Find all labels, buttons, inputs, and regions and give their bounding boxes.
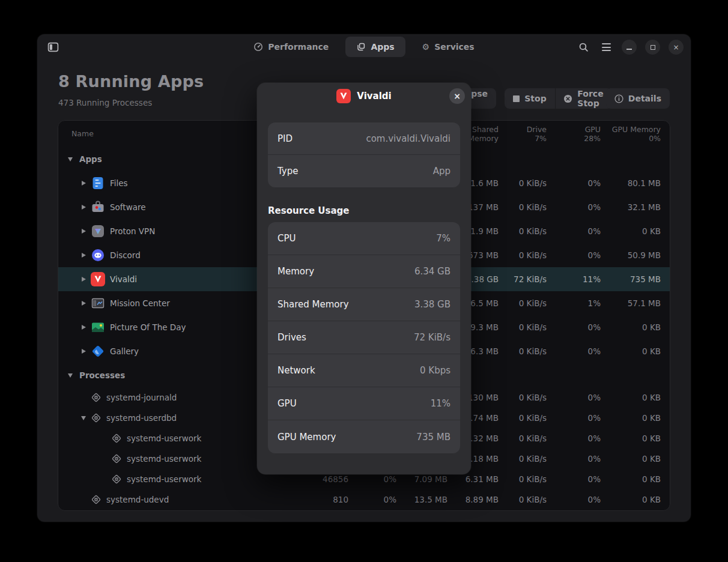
info-icon [614,94,623,103]
row-label: systemd-userwork [127,454,201,464]
chevron-right-icon[interactable] [79,277,88,282]
services-gear-icon: ⚙ [422,43,430,51]
cell-memory: 7.09 MB [396,474,447,484]
usage-row: Memory6.34 GB [268,255,460,288]
row-label: Files [110,178,128,188]
row-label: Apps [79,154,102,164]
tab-apps[interactable]: Apps [345,37,405,57]
chevron-right-icon[interactable] [79,205,88,210]
cell-drive: 0 KiB/s [499,454,547,464]
stop-button[interactable]: Stop [505,88,554,109]
row-label: Type [278,166,298,177]
usage-row: GPU11% [268,387,460,420]
chevron-down-icon[interactable] [79,416,88,420]
cell-gpu_memory: 0 KB [601,322,661,332]
cell-gpu: 11% [547,274,601,284]
row-label: Vivaldi [110,274,137,284]
vivaldi-app-icon [91,272,105,286]
tab-performance[interactable]: Performance [243,37,339,57]
tab-label: Performance [268,42,329,52]
cell-drive: 0 KiB/s [499,495,547,504]
cell-gpu_memory: 0 KB [601,454,661,464]
resource-usage-card: CPU7%Memory6.34 GBShared Memory3.38 GBDr… [268,222,460,453]
row-label: Discord [110,250,141,260]
cell-drive: 0 KiB/s [499,474,547,484]
row-label: Processes [79,370,125,380]
row-label: systemd-udevd [106,495,169,504]
row-label: CPU [278,233,296,244]
close-button[interactable]: × [669,40,684,55]
force-stop-icon [563,94,572,103]
speedometer-icon [253,42,263,52]
files-app-icon [91,176,105,190]
cell-drive: 0 KiB/s [499,250,547,260]
column-header-drive[interactable]: Drive7% [499,125,547,143]
row-label: Software [110,202,146,212]
details-button[interactable]: Details [606,88,670,109]
force-stop-button[interactable]: Force Stop [555,88,612,109]
cell-gpu: 0% [547,322,601,332]
cell-gpu: 0% [547,454,601,464]
cell-gpu: 0% [547,413,601,423]
discord-app-icon [91,248,105,262]
usage-row: Shared Memory3.38 GB [268,288,460,321]
menu-icon[interactable] [599,40,613,55]
resource-usage-heading: Resource Usage [268,205,460,216]
chevron-right-icon[interactable] [79,301,88,306]
chevron-right-icon[interactable] [79,349,88,354]
chevron-down-icon[interactable] [65,157,75,162]
row-label: GPU Memory [278,432,336,443]
cell-gpu_memory: 0 KB [601,434,661,443]
headerbar: Performance Apps ⚙ Services × [37,34,691,59]
cell-drive: 0 KiB/s [499,434,547,443]
tab-services[interactable]: ⚙ Services [411,37,485,57]
row-label: Mission Center [110,298,170,308]
minimize-button[interactable] [622,40,637,55]
process-gear-icon [91,494,102,505]
cell-gpu: 0% [547,250,601,260]
row-label: Drives [278,332,306,343]
cell-gpu: 0% [547,393,601,402]
cell-gpu_memory: 0 KB [601,226,661,236]
page-subtitle: 473 Running Processes [58,98,152,107]
cell-drive: 0 KiB/s [499,413,547,423]
page-title: 8 Running Apps [58,72,204,91]
force-stop-label: Force Stop [577,89,604,108]
row-label: systemd-userdbd [106,413,177,423]
dialog-close-icon[interactable]: × [449,88,465,104]
maximize-button[interactable] [645,40,660,55]
chevron-right-icon[interactable] [79,229,88,234]
details-label: Details [628,94,661,103]
chevron-down-icon[interactable] [65,373,75,378]
row-label: Network [278,365,315,376]
cell-gpu: 0% [547,346,601,356]
table-row[interactable]: systemd-udevd8100%13.5 MB8.89 MB0 KiB/s0… [58,489,670,510]
usage-row: Drives72 KiB/s [268,321,460,354]
row-value: 72 KiB/s [414,332,450,343]
cell-shared: 6.31 MB [447,474,499,484]
search-icon[interactable] [576,40,590,55]
cell-drive: 0 KiB/s [499,202,547,212]
chevron-right-icon[interactable] [79,253,88,258]
chevron-right-icon[interactable] [79,181,88,186]
column-header-gpu[interactable]: GPU28% [547,125,601,143]
gallery-app-icon [91,344,105,358]
cell-gpu: 0% [547,202,601,212]
process-gear-icon [91,412,102,423]
cell-memory: 13.5 MB [396,495,447,504]
row-label: GPU [278,398,297,409]
row-value: 3.38 GB [414,299,450,310]
process-gear-icon [111,474,122,485]
row-value: 11% [431,398,450,409]
apps-stack-icon [356,42,366,52]
cell-name: systemd-udevd [65,494,294,505]
chevron-right-icon[interactable] [79,325,88,330]
cell-gpu_memory: 0 KB [601,495,661,504]
cell-gpu: 0% [547,495,601,504]
stop-icon [513,95,520,102]
column-header-gpu-memory[interactable]: GPU Memory0% [601,125,661,143]
potd-app-icon [91,320,105,334]
cell-pid: 46856 [294,474,348,484]
dialog-header: Vivaldi × [257,83,471,109]
process-gear-icon [111,433,122,444]
